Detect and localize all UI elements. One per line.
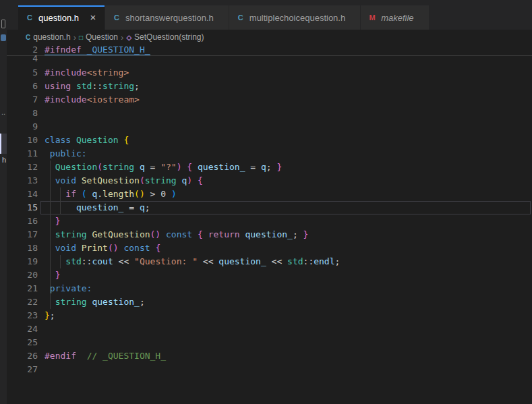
code-line-15[interactable]: 15 question_ = q;: [7, 201, 532, 214]
code-token: // _QUESTION_H_: [87, 351, 166, 361]
code-token: [45, 148, 50, 158]
line-number[interactable]: 17: [7, 228, 38, 241]
code-token: q: [261, 162, 266, 172]
line-number[interactable]: 27: [7, 363, 38, 376]
line-number[interactable]: 12: [7, 161, 38, 174]
code-token: {: [155, 243, 160, 253]
line-number[interactable]: 16: [7, 214, 38, 228]
breadcrumb-item-0[interactable]: Cquestion.h: [26, 32, 71, 42]
line-number[interactable]: 10: [7, 134, 38, 147]
line-number[interactable]: 8: [7, 107, 38, 120]
code-line-26[interactable]: 26#endif // _QUESTION_H_: [7, 349, 532, 363]
code-token: Question: [76, 135, 119, 145]
code-line-22[interactable]: 22 string question_;: [7, 295, 532, 309]
code-line-2[interactable]: 2#ifndef _QUESTION_H_: [7, 45, 532, 55]
code-token: =: [145, 162, 160, 172]
line-content: std::cout << "Question: " << question_ <…: [45, 255, 532, 268]
code-token: <<: [113, 256, 134, 266]
code-token: [45, 162, 55, 172]
line-number[interactable]: 18: [7, 241, 38, 255]
partially-scrolled-line[interactable]: 4: [7, 55, 532, 66]
code-token: ;: [50, 310, 55, 320]
vscode-window: .. h Cquestion.h×Cshortanswerquestion.hC…: [0, 0, 532, 404]
code-line-13[interactable]: 13 void SetQuestion(string q) {: [7, 174, 532, 187]
code-line-24[interactable]: 24: [7, 322, 532, 336]
code-token: [45, 202, 76, 212]
line-number[interactable]: 11: [7, 147, 38, 161]
code-token: ::: [92, 81, 102, 91]
code-token: ;: [266, 162, 277, 172]
line-content: };: [45, 309, 532, 322]
line-number[interactable]: 7: [7, 93, 38, 107]
line-number[interactable]: 24: [7, 322, 38, 336]
code-token: [192, 229, 198, 239]
line-number[interactable]: 4: [7, 55, 38, 65]
tab-question-h[interactable]: Cquestion.h×: [18, 5, 105, 30]
line-number[interactable]: 14: [7, 187, 38, 201]
tab-shortanswerquestion-h[interactable]: Cshortanswerquestion.h: [105, 5, 229, 30]
sticky-scroll-line[interactable]: 2#ifndef _QUESTION_H_: [7, 45, 532, 55]
line-content: string question_;: [45, 295, 532, 309]
line-number[interactable]: 20: [7, 268, 38, 282]
code-line-16[interactable]: 16 }: [7, 214, 532, 228]
line-content: [45, 107, 532, 120]
line-content: if ( q.length() > 0 ): [45, 187, 532, 201]
line-number[interactable]: 22: [7, 295, 38, 309]
line-content: #include<iostream>: [45, 93, 532, 107]
code-line-25[interactable]: 25: [7, 336, 532, 349]
code-line-21[interactable]: 21 private:: [7, 282, 532, 295]
line-content: [45, 120, 532, 134]
code-line-18[interactable]: 18 void Print() const {: [7, 241, 532, 255]
breadcrumb: Cquestion.h›□Question›◇SetQuestion(strin…: [7, 30, 532, 45]
code-token: (: [97, 162, 102, 172]
close-icon[interactable]: ×: [87, 11, 99, 24]
line-number[interactable]: 15: [7, 201, 38, 214]
tab-multiplechoicequestion-h[interactable]: Cmultiplechoicequestion.h: [229, 5, 361, 30]
code-token: question_: [76, 202, 123, 212]
line-number[interactable]: 6: [7, 80, 38, 93]
code-editor[interactable]: 2#ifndef _QUESTION_H_ 4 5#include<string…: [7, 45, 532, 376]
line-content: [45, 336, 532, 349]
line-number[interactable]: 5: [7, 66, 38, 80]
code-line-9[interactable]: 9: [7, 120, 532, 134]
code-token: =: [245, 162, 260, 172]
editor-group: Cquestion.h×Cshortanswerquestion.hCmulti…: [7, 0, 532, 404]
tab-label: shortanswerquestion.h: [125, 13, 214, 23]
breadcrumb-item-2[interactable]: ◇SetQuestion(string): [126, 32, 204, 42]
code-line-14[interactable]: 14 if ( q.length() > 0 ): [7, 187, 532, 201]
code-line-7[interactable]: 7#include<iostream>: [7, 93, 532, 107]
line-number[interactable]: 26: [7, 349, 38, 363]
code-token: [177, 175, 182, 185]
code-token: (): [108, 243, 119, 253]
code-line-6[interactable]: 6using std::string;: [7, 80, 532, 93]
code-line-5[interactable]: 5#include<string>: [7, 66, 532, 80]
code-token: [134, 162, 140, 172]
line-number[interactable]: 25: [7, 336, 38, 349]
code-line-4[interactable]: 4: [7, 55, 532, 65]
code-line-23[interactable]: 23};: [7, 309, 532, 322]
line-number[interactable]: 2: [7, 45, 38, 55]
tab-makefile[interactable]: Mmakefile: [361, 5, 429, 30]
code-line-20[interactable]: 20 }: [7, 268, 532, 282]
code-line-27[interactable]: 27: [7, 363, 532, 376]
line-content: using std::string;: [45, 80, 532, 93]
code-token: [45, 216, 55, 226]
code-line-10[interactable]: 10class Question {: [7, 134, 532, 147]
breadcrumb-item-1[interactable]: □Question: [79, 32, 118, 42]
makefile-icon: M: [367, 13, 377, 22]
line-number[interactable]: 13: [7, 174, 38, 187]
code-line-8[interactable]: 8: [7, 107, 532, 120]
breadcrumb-label: Question: [86, 32, 118, 42]
code-line-11[interactable]: 11 public:: [7, 147, 532, 161]
code-line-17[interactable]: 17 string GetQuestion() const { return q…: [7, 228, 532, 241]
code-token: >: [145, 189, 160, 199]
line-number[interactable]: 23: [7, 309, 38, 322]
line-number[interactable]: 19: [7, 255, 38, 268]
line-number[interactable]: 21: [7, 282, 38, 295]
line-number[interactable]: 9: [7, 120, 38, 134]
chevron-right-icon: ›: [73, 32, 76, 42]
sidebar-active-item-fragment[interactable]: [0, 134, 7, 154]
code-token: [45, 256, 65, 266]
code-line-19[interactable]: 19 std::cout << "Question: " << question…: [7, 255, 532, 268]
code-line-12[interactable]: 12 Question(string q = "?") { question_ …: [7, 161, 532, 174]
